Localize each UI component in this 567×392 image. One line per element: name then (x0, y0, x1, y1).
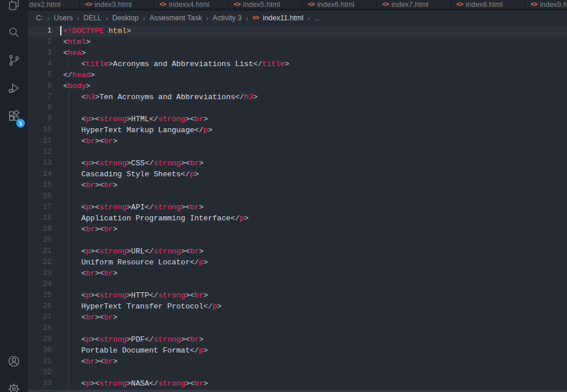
code-text[interactable] (52, 235, 63, 246)
breadcrumb-item[interactable]: Assesment Task (150, 14, 202, 22)
breadcrumb-item[interactable]: Users (54, 14, 73, 22)
line-number[interactable]: 22 (28, 257, 52, 268)
code-text[interactable]: <br><br> (52, 356, 118, 367)
code-line[interactable]: 13 <p><strong>CSS</strong><br> (28, 158, 567, 169)
line-number[interactable]: 16 (28, 191, 52, 202)
tab-index3-html[interactable]: <>index3.html (80, 0, 154, 9)
line-number[interactable]: 13 (28, 158, 52, 169)
code-line[interactable]: 9 <p><strong>HTML</strong><br> (28, 114, 567, 125)
breadcrumb-overflow[interactable]: ... (314, 14, 320, 22)
line-number[interactable]: 24 (28, 279, 52, 290)
code-text[interactable]: <p><strong>URL</strong><br> (52, 246, 203, 257)
code-line[interactable]: 18 Application Programming Interface</p> (28, 213, 567, 224)
tab-index5-html[interactable]: <>index5.html (228, 0, 303, 9)
code-line[interactable]: 5</head> (28, 70, 567, 81)
line-number[interactable]: 30 (28, 345, 52, 356)
code-editor[interactable]: 1<!DOCTYPE html>2<html>3<hea>4 <title>Ac… (28, 26, 567, 392)
code-line[interactable]: 10 HyperText Markup Language</p> (28, 125, 567, 136)
code-text[interactable]: <!DOCTYPE html> (52, 26, 131, 37)
extensions-icon[interactable]: 1 (0, 102, 28, 130)
code-text[interactable]: <br><br> (52, 268, 118, 279)
code-text[interactable]: <html> (52, 37, 90, 48)
code-line[interactable]: 11 <br><br> (28, 136, 567, 147)
code-line[interactable]: 12 (28, 147, 567, 158)
code-line[interactable]: 2<html> (28, 37, 567, 48)
code-line[interactable]: 25 <p><strong>HTTP</strong><br> (28, 290, 567, 301)
code-text[interactable]: <br><br> (52, 180, 118, 191)
line-number[interactable]: 17 (28, 202, 52, 213)
code-text[interactable] (52, 279, 63, 290)
tab-dex2-html[interactable]: dex2.html (28, 0, 80, 9)
tab-indexx4-html[interactable]: <>indexx4.html (154, 0, 228, 9)
code-line[interactable]: 7 <h3>Ten Acronyms and Abbreviations</h3… (28, 92, 567, 103)
line-number[interactable]: 23 (28, 268, 52, 279)
code-text[interactable]: <p><strong>API</strong><br> (52, 202, 203, 213)
line-number[interactable]: 7 (28, 92, 52, 103)
code-text[interactable]: <p><strong>HTTP</strong><br> (52, 290, 208, 301)
code-text[interactable]: Portable Document Format</p> (52, 345, 208, 356)
code-line[interactable]: 4 <title>Acronyms and Abbreviations List… (28, 59, 567, 70)
breadcrumb-file-name[interactable]: index11.html (263, 14, 303, 22)
code-text[interactable]: Uniform Resource Locator</p> (52, 257, 208, 268)
line-number[interactable]: 14 (28, 169, 52, 180)
line-number[interactable]: 32 (28, 367, 52, 378)
gear-icon[interactable] (0, 375, 28, 392)
code-line[interactable]: 24 (28, 279, 567, 290)
code-line[interactable]: 15 <br><br> (28, 180, 567, 191)
line-number[interactable]: 28 (28, 323, 52, 334)
code-text[interactable]: <hea> (52, 48, 86, 59)
code-text[interactable] (52, 191, 63, 202)
code-line[interactable]: 17 <p><strong>API</strong><br> (28, 202, 567, 213)
code-line[interactable]: 29 <p><strong>PDF</strong><br> (28, 334, 567, 345)
code-text[interactable]: <p><strong>CSS</strong><br> (52, 158, 203, 169)
tab-index9-html[interactable]: <>index9.html (525, 0, 567, 9)
code-text[interactable]: <br><br> (52, 312, 118, 323)
code-text[interactable]: <p><strong>PDF</strong><br> (52, 334, 203, 345)
code-text[interactable]: <p><strong>HTML</strong><br> (52, 114, 208, 125)
code-line[interactable]: 27 <br><br> (28, 312, 567, 323)
code-text[interactable]: </head> (52, 70, 95, 81)
code-text[interactable]: <body> (52, 81, 90, 92)
line-number[interactable]: 19 (28, 224, 52, 235)
tab-index7-html[interactable]: <>index7.html (377, 0, 451, 9)
code-text[interactable]: HyperText Transfer Protocol</p> (52, 301, 221, 312)
code-text[interactable] (52, 323, 63, 334)
code-line[interactable]: 1<!DOCTYPE html> (28, 26, 567, 37)
line-number[interactable]: 29 (28, 334, 52, 345)
code-line[interactable]: 32 (28, 367, 567, 378)
line-number[interactable]: 1 (28, 26, 52, 37)
code-text[interactable]: <p><strong>NASA</strong><br> (52, 378, 208, 389)
code-text[interactable]: <h3>Ten Acronyms and Abbreviations</h3> (52, 92, 258, 103)
code-line[interactable]: 33 <p><strong>NASA</strong><br> (28, 378, 567, 389)
line-number[interactable]: 3 (28, 48, 52, 59)
code-text[interactable]: <br><br> (52, 136, 118, 147)
code-text[interactable]: <title>Acronyms and Abbreviations List</… (52, 59, 289, 70)
horizontal-scrollbar-track[interactable] (28, 390, 567, 392)
line-number[interactable]: 2 (28, 37, 52, 48)
code-text[interactable] (52, 103, 63, 114)
breadcrumb-item[interactable]: DELL (83, 14, 101, 22)
breadcrumb-item[interactable]: Desktop (112, 14, 139, 22)
code-text[interactable]: Cascading Style Sheets</p> (52, 169, 199, 180)
line-number[interactable]: 27 (28, 312, 52, 323)
code-line[interactable]: 26 HyperText Transfer Protocol</p> (28, 301, 567, 312)
code-text[interactable]: <br><br> (52, 224, 118, 235)
code-line[interactable]: 28 (28, 323, 567, 334)
code-line[interactable]: 6<body> (28, 81, 567, 92)
line-number[interactable]: 8 (28, 103, 52, 114)
breadcrumb-item[interactable]: C: (36, 14, 43, 22)
line-number[interactable]: 11 (28, 136, 52, 147)
code-line[interactable]: 3<hea> (28, 48, 567, 59)
line-number[interactable]: 25 (28, 290, 52, 301)
code-line[interactable]: 30 Portable Document Format</p> (28, 345, 567, 356)
code-line[interactable]: 22 Uniform Resource Locator</p> (28, 257, 567, 268)
files-icon[interactable] (0, 0, 28, 19)
code-text[interactable] (52, 367, 63, 378)
line-number[interactable]: 26 (28, 301, 52, 312)
code-line[interactable]: 31 <br><br> (28, 356, 567, 367)
tab-index6-html[interactable]: <>index6.html (303, 0, 377, 9)
code-line[interactable]: 8 (28, 103, 567, 114)
line-number[interactable]: 20 (28, 235, 52, 246)
tab-index8-html[interactable]: <>index8.html (451, 0, 525, 9)
code-line[interactable]: 20 (28, 235, 567, 246)
